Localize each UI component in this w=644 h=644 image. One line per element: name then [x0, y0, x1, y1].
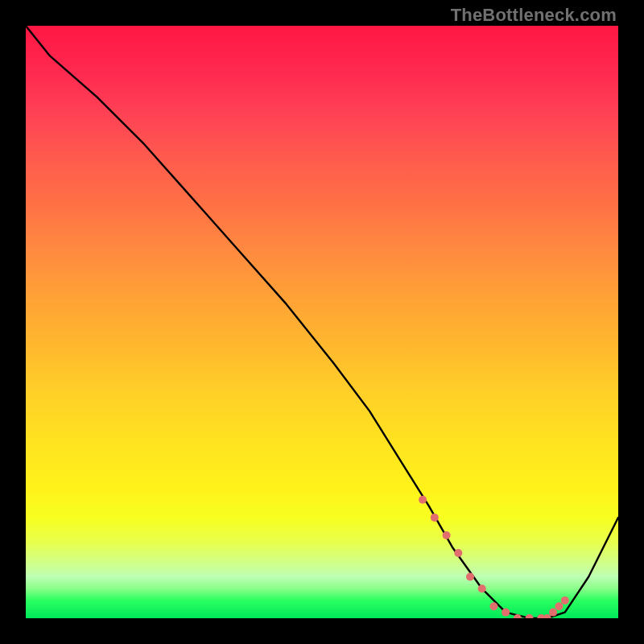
- highlight-dot: [549, 609, 557, 617]
- chart-overlay: [26, 26, 618, 618]
- highlight-dot: [555, 602, 563, 610]
- highlight-dot: [431, 514, 439, 522]
- highlight-dot: [466, 573, 474, 581]
- plot-area: [26, 26, 618, 618]
- highlight-dot: [489, 602, 497, 610]
- highlight-dot: [478, 584, 486, 592]
- highlight-dot: [454, 549, 462, 557]
- highlight-dot: [502, 609, 510, 617]
- figure: TheBottleneck.com: [0, 0, 644, 644]
- highlight-dot: [443, 531, 451, 539]
- highlight-dot: [561, 597, 569, 605]
- highlight-dot: [526, 614, 534, 618]
- attribution-label: TheBottleneck.com: [451, 5, 617, 26]
- bottleneck-curve: [26, 26, 618, 618]
- highlight-dot: [419, 496, 427, 504]
